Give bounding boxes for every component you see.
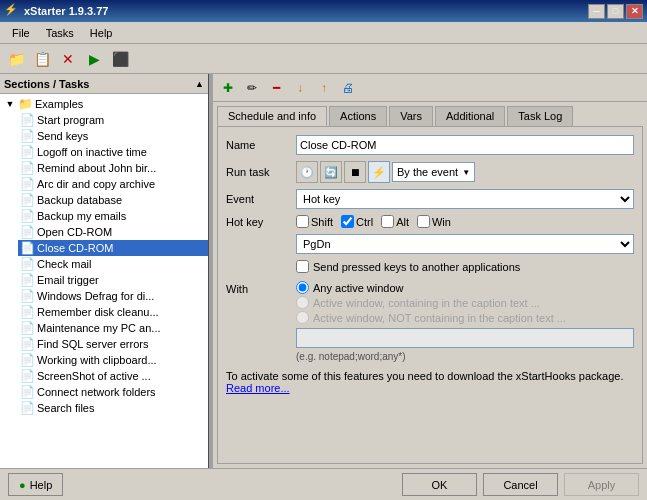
shift-checkbox-item: Shift — [296, 215, 333, 228]
ctrl-checkbox[interactable] — [341, 215, 354, 228]
pgdn-dropdown-container: PgDn — [296, 234, 634, 254]
app-icon: ⚡ — [4, 3, 20, 19]
edit-task-button[interactable]: ✏ — [241, 77, 263, 99]
cancel-button[interactable]: Cancel — [483, 473, 558, 496]
help-button[interactable]: ● Help — [8, 473, 63, 496]
task-icon: 📄 — [20, 273, 35, 287]
folder-icon: 📁 — [18, 97, 33, 111]
left-panel-header: Sections / Tasks ▲ — [0, 74, 208, 94]
event-icon-btn[interactable]: ⚡ — [368, 161, 390, 183]
key-select[interactable]: PgDn — [296, 234, 634, 254]
ok-button[interactable]: OK — [402, 473, 477, 496]
list-item[interactable]: 📄Windows Defrag for di... — [18, 288, 208, 304]
radio-not-containing-input[interactable] — [296, 311, 309, 324]
name-row: Name — [226, 135, 634, 155]
expand-icon[interactable]: ▼ — [2, 99, 18, 109]
list-item[interactable]: 📄Backup database — [18, 192, 208, 208]
tab-task-log[interactable]: Task Log — [507, 106, 573, 126]
modifier-checkboxes: Shift Ctrl Alt Win — [296, 215, 634, 228]
read-more-link[interactable]: Read more... — [226, 382, 290, 394]
task-icon: 📄 — [20, 385, 35, 399]
toolbar-delete-button[interactable]: ✕ — [56, 47, 80, 71]
event-select[interactable]: Hot key — [296, 189, 634, 209]
tree-root-examples[interactable]: ▼ 📁 Examples — [0, 96, 208, 112]
with-label: With — [226, 281, 296, 295]
list-item[interactable]: 📄Remind about John bir... — [18, 160, 208, 176]
bottom-right-buttons: OK Cancel Apply — [402, 473, 639, 496]
caption-input[interactable] — [296, 328, 634, 348]
remove-task-button[interactable]: ━ — [265, 77, 287, 99]
name-input[interactable] — [296, 135, 634, 155]
list-item[interactable]: 📄Check mail — [18, 256, 208, 272]
list-item[interactable]: 📄Remember disk cleanu... — [18, 304, 208, 320]
shift-label: Shift — [311, 216, 333, 228]
minimize-button[interactable]: ─ — [588, 4, 605, 19]
menu-bar: File Tasks Help — [0, 22, 647, 44]
list-item[interactable]: 📄Open CD-ROM — [18, 224, 208, 240]
send-keys-checkbox[interactable] — [296, 260, 309, 273]
add-task-button[interactable]: ✚ — [217, 77, 239, 99]
list-item[interactable]: 📄Logoff on inactive time — [18, 144, 208, 160]
close-button[interactable]: ✕ — [626, 4, 643, 19]
task-icon: 📄 — [20, 209, 35, 223]
list-item[interactable]: 📄Find SQL server errors — [18, 336, 208, 352]
right-panel: ✚ ✏ ━ ↓ ↑ 🖨 Schedule and info Actions Va… — [213, 74, 647, 468]
tab-vars[interactable]: Vars — [389, 106, 433, 126]
win-label: Win — [432, 216, 451, 228]
main-toolbar: 📁 📋 ✕ ▶ ⬛ — [0, 44, 647, 74]
bottom-bar: ● Help OK Cancel Apply — [0, 468, 647, 500]
menu-tasks[interactable]: Tasks — [38, 25, 82, 41]
win-checkbox-item: Win — [417, 215, 451, 228]
list-item[interactable]: 📄Search files — [18, 400, 208, 416]
radio-any-label: Any active window — [313, 282, 404, 294]
list-item[interactable]: 📄ScreenShot of active ... — [18, 368, 208, 384]
task-icon: 📄 — [20, 353, 35, 367]
toolbar-stop-button[interactable]: ⬛ — [108, 47, 132, 71]
menu-file[interactable]: File — [4, 25, 38, 41]
run-task-dropdown[interactable]: By the event ▼ — [392, 162, 475, 182]
shift-checkbox[interactable] — [296, 215, 309, 228]
tab-schedule-info[interactable]: Schedule and info — [217, 106, 327, 126]
maximize-button[interactable]: □ — [607, 4, 624, 19]
menu-help[interactable]: Help — [82, 25, 121, 41]
toolbar-new-button[interactable]: 📁 — [4, 47, 28, 71]
collapse-icon[interactable]: ▲ — [195, 79, 204, 89]
tab-actions[interactable]: Actions — [329, 106, 387, 126]
move-up-button[interactable]: ↑ — [313, 77, 335, 99]
help-label: Help — [30, 479, 53, 491]
radio-containing: Active window, containing in the caption… — [296, 296, 634, 309]
run-task-label: Run task — [226, 166, 296, 178]
list-item[interactable]: 📄Arc dir and copy archive — [18, 176, 208, 192]
print-button[interactable]: 🖨 — [337, 77, 359, 99]
apply-button[interactable]: Apply — [564, 473, 639, 496]
run-task-row: Run task 🕐 🔄 ⏹ ⚡ By the event ▼ — [226, 161, 634, 183]
list-item[interactable]: 📄Connect network folders — [18, 384, 208, 400]
schedule-icon-btn[interactable]: 🕐 — [296, 161, 318, 183]
toolbar-run-button[interactable]: ▶ — [82, 47, 106, 71]
win-checkbox[interactable] — [417, 215, 430, 228]
left-panel-inner: ▼ 📁 Examples 📄Start program 📄Send keys 📄… — [0, 94, 208, 468]
list-item[interactable]: 📄Backup my emails — [18, 208, 208, 224]
tree-children: 📄Start program 📄Send keys 📄Logoff on ina… — [0, 112, 208, 416]
list-item[interactable]: 📄Working with clipboard... — [18, 352, 208, 368]
toolbar-edit-button[interactable]: 📋 — [30, 47, 54, 71]
event-row: Event Hot key — [226, 189, 634, 209]
stop-icon-btn[interactable]: ⏹ — [344, 161, 366, 183]
radio-any-input[interactable] — [296, 281, 309, 294]
tab-additional[interactable]: Additional — [435, 106, 505, 126]
list-item[interactable]: 📄Email trigger — [18, 272, 208, 288]
root-label: Examples — [35, 98, 83, 110]
list-item-selected[interactable]: 📄Close CD-ROM — [18, 240, 208, 256]
move-down-button[interactable]: ↓ — [289, 77, 311, 99]
repeat-icon-btn[interactable]: 🔄 — [320, 161, 342, 183]
radio-containing-input[interactable] — [296, 296, 309, 309]
hotkey-controls: Shift Ctrl Alt Win — [296, 215, 634, 228]
list-item[interactable]: 📄Send keys — [18, 128, 208, 144]
alt-checkbox[interactable] — [381, 215, 394, 228]
list-item[interactable]: 📄Maintenance my PC an... — [18, 320, 208, 336]
radio-any-window: Any active window — [296, 281, 634, 294]
name-label: Name — [226, 139, 296, 151]
task-icon: 📄 — [20, 113, 35, 127]
task-icon: 📄 — [20, 257, 35, 271]
list-item[interactable]: 📄Start program — [18, 112, 208, 128]
